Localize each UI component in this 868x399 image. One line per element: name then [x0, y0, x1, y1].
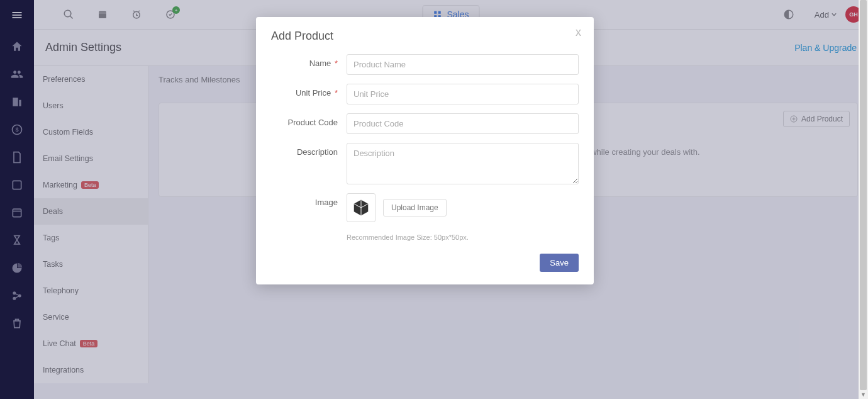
- name-input[interactable]: [347, 54, 579, 75]
- upload-image-button[interactable]: Upload Image: [383, 199, 447, 216]
- image-thumbnail: [347, 193, 376, 222]
- scrollbar[interactable]: ▼: [859, 0, 868, 399]
- description-input[interactable]: [347, 143, 579, 184]
- scrollbar-down-icon[interactable]: ▼: [859, 390, 868, 399]
- description-label: Description: [271, 143, 347, 157]
- image-note: Recommended Image Size: 50px*50px.: [347, 233, 579, 241]
- save-button[interactable]: Save: [540, 254, 579, 272]
- product-code-input[interactable]: [347, 113, 579, 134]
- scrollbar-thumb[interactable]: [860, 0, 867, 390]
- name-label: Name *: [271, 54, 347, 68]
- cube-icon: [352, 198, 370, 217]
- unit-price-input[interactable]: [347, 84, 579, 104]
- price-label: Unit Price *: [271, 84, 347, 98]
- modal-title: Add Product: [271, 30, 579, 43]
- add-product-modal: Add Product x Name * Unit Price * Produc…: [256, 17, 594, 284]
- code-label: Product Code: [271, 113, 347, 127]
- image-label: Image: [271, 193, 347, 207]
- close-icon[interactable]: x: [576, 26, 581, 39]
